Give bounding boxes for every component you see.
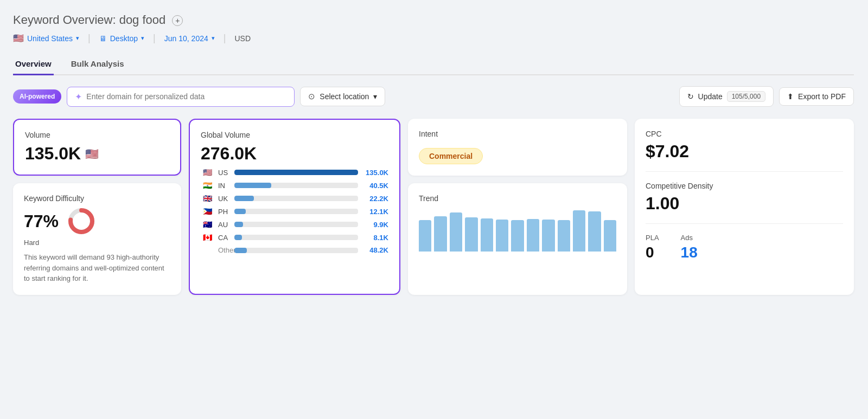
country-row: 🇦🇺AU9.9K [201, 220, 388, 229]
cpc-section: CPC $7.02 [646, 130, 843, 172]
country-value: 40.5K [362, 182, 388, 190]
ads-label: Ads [681, 234, 698, 242]
trend-bar [527, 219, 539, 252]
keyword-difficulty-card: Keyword Difficulty 77% Hard This keyword… [13, 183, 181, 295]
update-label: Update [698, 92, 723, 101]
trend-bar [588, 211, 601, 252]
trend-bar [573, 210, 585, 252]
date-filter-btn[interactable]: Jun 10, 2024 ▾ [164, 34, 215, 43]
country-code: US [218, 169, 230, 177]
country-row: 🇮🇳IN40.5K [201, 181, 388, 190]
country-flag-icon: 🇺🇸 [201, 168, 214, 177]
bar-fill [234, 209, 246, 214]
trend-card: Trend [408, 183, 627, 295]
trend-bar [604, 220, 616, 252]
bar-container [234, 248, 358, 253]
global-volume-label: Global Volume [201, 131, 388, 139]
header: Keyword Overview: dog food + 🇺🇸 United S… [13, 13, 854, 44]
country-flag-icon: 🇨🇦 [201, 233, 214, 242]
title-keyword: dog food [119, 13, 166, 27]
add-keyword-icon[interactable]: + [172, 15, 183, 26]
trend-bar [481, 218, 493, 252]
trend-bar [542, 220, 554, 252]
export-label: Export to PDF [798, 92, 846, 101]
kd-hard-label: Hard [24, 238, 170, 247]
trend-bar [511, 220, 524, 252]
country-value: 135.0K [362, 169, 388, 177]
country-chevron-icon: ▾ [76, 35, 79, 42]
bar-fill [234, 196, 254, 201]
kd-donut-chart [67, 207, 95, 235]
cpc-label: CPC [646, 130, 843, 138]
trend-bar [496, 220, 508, 252]
country-flag-icon: 🇦🇺 [201, 220, 214, 229]
trend-bar [434, 216, 446, 252]
filter-separator-1: | [88, 33, 91, 44]
page-wrapper: Keyword Overview: dog food + 🇺🇸 United S… [13, 13, 854, 295]
country-flag-icon: 🇮🇳 [201, 181, 214, 190]
domain-input-wrapper: ✦ [67, 87, 295, 107]
country-bars: 🇺🇸US135.0K🇮🇳IN40.5K🇬🇧UK22.2K🇵🇭PH12.1K🇦🇺A… [201, 168, 388, 254]
volume-card: Volume 135.0K 🇺🇸 [13, 119, 181, 176]
export-icon: ⬆ [787, 92, 794, 101]
country-value: 48.2K [362, 246, 388, 254]
pla-ads-row: PLA 0 Ads 18 [646, 234, 843, 261]
cards-grid: Volume 135.0K 🇺🇸 Global Volume 276.0K 🇺🇸… [13, 119, 854, 295]
device-filter-btn[interactable]: 🖥 Desktop ▾ [99, 34, 144, 43]
country-filter-btn[interactable]: 🇺🇸 United States ▾ [13, 33, 79, 43]
filter-separator-3: | [224, 33, 226, 44]
sparkle-icon: ✦ [75, 92, 82, 102]
country-value: 12.1K [362, 208, 388, 216]
competitive-density-section: Competitive Density 1.00 [646, 182, 843, 224]
ads-item: Ads 18 [681, 234, 698, 261]
bar-container [234, 235, 358, 240]
title-prefix: Keyword Overview: [13, 13, 116, 27]
page-title: Keyword Overview: dog food + [13, 13, 854, 27]
trend-chart [419, 210, 616, 254]
global-volume-card: Global Volume 276.0K 🇺🇸US135.0K🇮🇳IN40.5K… [189, 119, 400, 295]
country-code: IN [218, 182, 230, 190]
country-row: Other48.2K [201, 246, 388, 254]
bar-container [234, 209, 358, 214]
country-row: 🇨🇦CA8.1K [201, 233, 388, 242]
country-code: Other [218, 246, 230, 254]
country-row: 🇺🇸US135.0K [201, 168, 388, 177]
volume-label: Volume [25, 131, 169, 139]
domain-input[interactable] [86, 92, 286, 101]
device-chevron-icon: ▾ [141, 35, 144, 42]
bar-fill [234, 183, 271, 188]
export-pdf-button[interactable]: ⬆ Export to PDF [779, 87, 854, 106]
country-code: AU [218, 221, 230, 229]
volume-value: 135.0K 🇺🇸 [25, 144, 169, 164]
country-flag-icon: 🇬🇧 [201, 194, 214, 203]
update-button[interactable]: ↻ Update 105/5,000 [679, 86, 774, 107]
pla-value: 0 [646, 244, 659, 261]
location-select-btn[interactable]: ⊙ Select location ▾ [300, 87, 385, 106]
country-row: 🇬🇧UK22.2K [201, 194, 388, 203]
date-chevron-icon: ▾ [212, 35, 215, 42]
toolbar: AI-powered ✦ ⊙ Select location ▾ ↻ Updat… [13, 86, 854, 107]
intent-badge: Commercial [419, 148, 483, 164]
bar-fill [234, 248, 247, 253]
competitive-density-label: Competitive Density [646, 182, 843, 190]
update-refresh-icon: ↻ [687, 92, 694, 101]
global-volume-value: 276.0K [201, 144, 388, 164]
country-value: 9.9K [362, 221, 388, 229]
filter-row: 🇺🇸 United States ▾ | 🖥 Desktop ▾ | Jun 1… [13, 33, 854, 44]
country-code: PH [218, 208, 230, 216]
cpc-value: $7.02 [646, 141, 843, 162]
bar-fill [234, 222, 243, 227]
trend-bar [465, 217, 477, 252]
ads-value: 18 [681, 244, 698, 261]
tab-overview[interactable]: Overview [13, 54, 54, 75]
tab-bulk-analysis[interactable]: Bulk Analysis [69, 54, 126, 75]
ai-powered-badge: AI-powered [13, 89, 61, 104]
update-count-badge: 105/5,000 [727, 91, 765, 102]
kd-value-row: 77% [24, 207, 170, 235]
country-flag: 🇺🇸 [13, 33, 24, 43]
trend-bar [558, 220, 570, 252]
metrics-card: CPC $7.02 Competitive Density 1.00 PLA 0… [635, 119, 854, 295]
filter-separator-2: | [153, 33, 156, 44]
trend-bar [419, 220, 431, 252]
trend-label: Trend [419, 194, 616, 203]
